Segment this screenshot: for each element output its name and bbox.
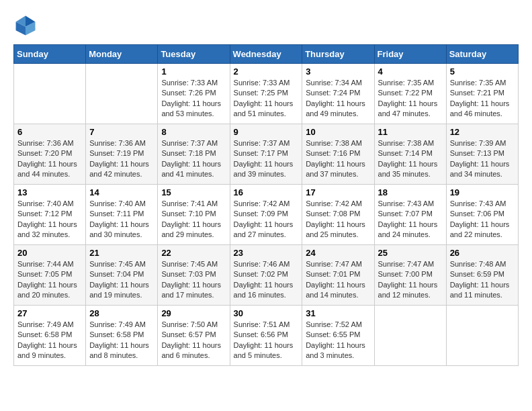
calendar-cell: 29Sunrise: 7:50 AMSunset: 6:57 PMDayligh… [158,306,230,366]
weekday-header: Saturday [446,45,518,64]
calendar-cell: 8Sunrise: 7:37 AMSunset: 7:18 PMDaylight… [158,124,230,185]
logo [13,13,42,38]
day-number: 13 [17,187,82,197]
calendar-week-row: 1Sunrise: 7:33 AMSunset: 7:26 PMDaylight… [14,64,519,124]
day-number: 18 [378,187,443,197]
day-number: 14 [89,187,154,197]
day-number: 1 [161,66,226,77]
day-info: Sunrise: 7:47 AMSunset: 7:00 PMDaylight:… [378,259,443,301]
calendar-cell: 27Sunrise: 7:49 AMSunset: 6:58 PMDayligh… [14,306,86,366]
day-number: 9 [234,127,299,137]
calendar-cell: 16Sunrise: 7:42 AMSunset: 7:09 PMDayligh… [230,185,302,245]
day-number: 24 [306,248,370,258]
day-number: 12 [450,127,515,137]
calendar-week-row: 13Sunrise: 7:40 AMSunset: 7:12 PMDayligh… [14,185,519,245]
calendar-cell: 3Sunrise: 7:34 AMSunset: 7:24 PMDaylight… [302,64,374,124]
weekday-header: Tuesday [158,45,230,64]
calendar-cell [374,306,446,366]
day-number: 23 [234,248,299,258]
calendar-cell: 24Sunrise: 7:47 AMSunset: 7:01 PMDayligh… [302,245,374,306]
day-info: Sunrise: 7:49 AMSunset: 6:58 PMDaylight:… [89,320,154,361]
day-number: 19 [450,187,515,197]
day-number: 28 [89,308,154,318]
weekday-header: Wednesday [230,45,302,64]
day-info: Sunrise: 7:47 AMSunset: 7:01 PMDaylight:… [306,259,370,301]
day-number: 27 [17,308,82,318]
page-header [13,13,519,38]
calendar-cell: 1Sunrise: 7:33 AMSunset: 7:26 PMDaylight… [158,64,230,124]
day-number: 4 [378,66,443,77]
day-info: Sunrise: 7:52 AMSunset: 6:55 PMDaylight:… [306,320,370,361]
day-number: 21 [89,248,154,258]
day-info: Sunrise: 7:45 AMSunset: 7:04 PMDaylight:… [89,259,154,301]
day-number: 10 [306,127,370,137]
day-number: 25 [378,248,443,258]
day-number: 7 [89,127,154,137]
calendar-cell: 18Sunrise: 7:43 AMSunset: 7:07 PMDayligh… [374,185,446,245]
day-info: Sunrise: 7:48 AMSunset: 6:59 PMDaylight:… [450,259,515,301]
day-number: 5 [450,66,515,77]
calendar-cell: 11Sunrise: 7:38 AMSunset: 7:14 PMDayligh… [374,124,446,185]
calendar-cell: 20Sunrise: 7:44 AMSunset: 7:05 PMDayligh… [14,245,86,306]
calendar-cell [86,64,158,124]
calendar-table: SundayMondayTuesdayWednesdayThursdayFrid… [13,44,519,366]
day-info: Sunrise: 7:35 AMSunset: 7:22 PMDaylight:… [378,78,443,120]
calendar-cell: 26Sunrise: 7:48 AMSunset: 6:59 PMDayligh… [446,245,518,306]
day-info: Sunrise: 7:37 AMSunset: 7:18 PMDaylight:… [161,138,226,180]
weekday-header: Friday [374,45,446,64]
calendar-cell: 19Sunrise: 7:43 AMSunset: 7:06 PMDayligh… [446,185,518,245]
weekday-row: SundayMondayTuesdayWednesdayThursdayFrid… [14,45,519,64]
day-info: Sunrise: 7:35 AMSunset: 7:21 PMDaylight:… [450,78,515,120]
calendar-cell: 31Sunrise: 7:52 AMSunset: 6:55 PMDayligh… [302,306,374,366]
day-info: Sunrise: 7:34 AMSunset: 7:24 PMDaylight:… [306,78,370,120]
day-number: 6 [17,127,82,137]
day-info: Sunrise: 7:38 AMSunset: 7:14 PMDaylight:… [378,138,443,180]
day-number: 15 [161,187,226,197]
calendar-cell [446,306,518,366]
calendar-cell: 15Sunrise: 7:41 AMSunset: 7:10 PMDayligh… [158,185,230,245]
day-info: Sunrise: 7:42 AMSunset: 7:09 PMDaylight:… [234,199,299,240]
calendar-body: 1Sunrise: 7:33 AMSunset: 7:26 PMDaylight… [14,64,519,366]
day-number: 2 [234,66,299,77]
calendar-cell: 5Sunrise: 7:35 AMSunset: 7:21 PMDaylight… [446,64,518,124]
day-number: 22 [161,248,226,258]
logo-icon [13,13,38,38]
day-info: Sunrise: 7:40 AMSunset: 7:11 PMDaylight:… [89,199,154,240]
calendar-cell: 22Sunrise: 7:45 AMSunset: 7:03 PMDayligh… [158,245,230,306]
day-info: Sunrise: 7:40 AMSunset: 7:12 PMDaylight:… [17,199,82,240]
calendar-header: SundayMondayTuesdayWednesdayThursdayFrid… [14,45,519,64]
day-info: Sunrise: 7:41 AMSunset: 7:10 PMDaylight:… [161,199,226,240]
calendar-cell: 25Sunrise: 7:47 AMSunset: 7:00 PMDayligh… [374,245,446,306]
calendar-cell: 10Sunrise: 7:38 AMSunset: 7:16 PMDayligh… [302,124,374,185]
day-info: Sunrise: 7:33 AMSunset: 7:25 PMDaylight:… [234,78,299,120]
calendar-week-row: 6Sunrise: 7:36 AMSunset: 7:20 PMDaylight… [14,124,519,185]
day-info: Sunrise: 7:44 AMSunset: 7:05 PMDaylight:… [17,259,82,301]
day-info: Sunrise: 7:43 AMSunset: 7:07 PMDaylight:… [378,199,443,240]
day-info: Sunrise: 7:49 AMSunset: 6:58 PMDaylight:… [17,320,82,361]
weekday-header: Thursday [302,45,374,64]
calendar-cell: 14Sunrise: 7:40 AMSunset: 7:11 PMDayligh… [86,185,158,245]
calendar-week-row: 20Sunrise: 7:44 AMSunset: 7:05 PMDayligh… [14,245,519,306]
day-number: 20 [17,248,82,258]
calendar-cell: 30Sunrise: 7:51 AMSunset: 6:56 PMDayligh… [230,306,302,366]
day-info: Sunrise: 7:42 AMSunset: 7:08 PMDaylight:… [306,199,370,240]
weekday-header: Sunday [14,45,86,64]
day-info: Sunrise: 7:33 AMSunset: 7:26 PMDaylight:… [161,78,226,120]
day-number: 26 [450,248,515,258]
calendar-cell: 12Sunrise: 7:39 AMSunset: 7:13 PMDayligh… [446,124,518,185]
day-info: Sunrise: 7:39 AMSunset: 7:13 PMDaylight:… [450,138,515,180]
weekday-header: Monday [86,45,158,64]
day-info: Sunrise: 7:50 AMSunset: 6:57 PMDaylight:… [161,320,226,361]
calendar-cell: 4Sunrise: 7:35 AMSunset: 7:22 PMDaylight… [374,64,446,124]
day-info: Sunrise: 7:38 AMSunset: 7:16 PMDaylight:… [306,138,370,180]
day-number: 11 [378,127,443,137]
calendar-cell [14,64,86,124]
calendar-cell: 13Sunrise: 7:40 AMSunset: 7:12 PMDayligh… [14,185,86,245]
day-number: 30 [234,308,299,318]
day-info: Sunrise: 7:36 AMSunset: 7:20 PMDaylight:… [17,138,82,180]
day-info: Sunrise: 7:36 AMSunset: 7:19 PMDaylight:… [89,138,154,180]
day-info: Sunrise: 7:51 AMSunset: 6:56 PMDaylight:… [234,320,299,361]
day-number: 16 [234,187,299,197]
calendar-cell: 2Sunrise: 7:33 AMSunset: 7:25 PMDaylight… [230,64,302,124]
day-info: Sunrise: 7:43 AMSunset: 7:06 PMDaylight:… [450,199,515,240]
